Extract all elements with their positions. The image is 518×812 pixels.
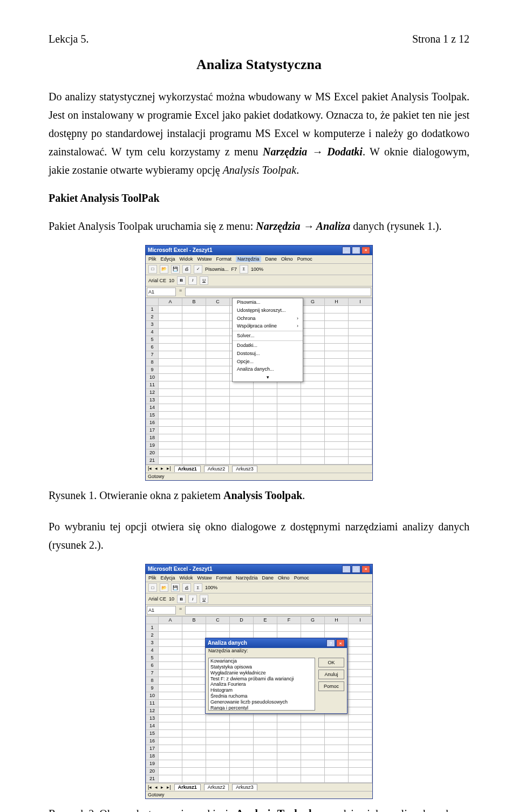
menu-item[interactable]: Dostosuj... — [233, 350, 303, 358]
tools-listbox[interactable]: KowariancjaStatystyka opisowaWygładzanie… — [208, 658, 315, 711]
list-item[interactable]: Wygładzanie wykładnicze — [209, 670, 315, 676]
bold-icon[interactable]: B — [177, 276, 186, 285]
tab-nav-last[interactable]: ▸| — [167, 784, 171, 790]
font-size-selector[interactable]: 10 — [169, 278, 174, 284]
menu-dane[interactable]: Dane — [262, 575, 274, 581]
italic-icon[interactable]: I — [188, 276, 197, 285]
formula-input[interactable] — [185, 288, 371, 296]
font-size-selector[interactable]: 10 — [169, 596, 174, 602]
tab-nav-next[interactable]: ▸ — [161, 466, 163, 472]
save-icon[interactable]: 💾 — [171, 265, 180, 274]
list-item[interactable]: Średnia ruchoma — [209, 693, 315, 699]
menu-item[interactable]: Dodatki... — [233, 342, 303, 350]
tab-nav-next[interactable]: ▸ — [161, 784, 163, 790]
spellcheck-label[interactable]: Pisownia... — [205, 267, 229, 272]
format-toolbar: Arial CE 10 B I U — [146, 275, 372, 286]
menu-format[interactable]: Format — [216, 256, 232, 262]
tab-nav-first[interactable]: |◂ — [148, 466, 152, 472]
print-icon[interactable]: 🖨 — [182, 583, 191, 592]
sheet-tab-arkusz1[interactable]: Arkusz1 — [174, 466, 201, 472]
help-button[interactable]: Pomoc — [318, 681, 344, 691]
formula-input[interactable] — [185, 606, 371, 615]
tab-nav-last[interactable]: ▸| — [167, 466, 171, 472]
menu-item[interactable]: Analiza danych... — [233, 365, 303, 373]
tools-dropdown-menu: Pisownia...Udostępnij skoroszyt...Ochron… — [232, 298, 303, 382]
sum-icon[interactable]: Σ — [194, 583, 202, 592]
spellcheck-icon[interactable]: ✓ — [194, 265, 202, 274]
sheet-tab-arkusz2[interactable]: Arkusz2 — [204, 784, 229, 790]
menu-item[interactable]: Współpraca online — [233, 322, 303, 330]
tab-nav-prev[interactable]: ◂ — [155, 784, 158, 790]
sheet-tabs-bar: |◂ ◂ ▸ ▸| Arkusz1 Arkusz2 Arkusz3 — [146, 783, 372, 791]
close-button[interactable]: × — [362, 247, 370, 254]
menu-narzedzia[interactable]: Narzędzia — [236, 256, 261, 262]
minimize-button[interactable]: _ — [342, 565, 351, 573]
tab-nav-prev[interactable]: ◂ — [155, 466, 158, 472]
menu-okno[interactable]: Okno — [278, 575, 290, 581]
menu-widok[interactable]: Widok — [180, 575, 193, 581]
menu-widok[interactable]: Widok — [180, 256, 193, 262]
menu-edycja[interactable]: Edycja — [161, 575, 175, 581]
list-item[interactable]: Kowariancja — [209, 658, 315, 664]
name-box[interactable] — [147, 606, 176, 615]
menu-wstaw[interactable]: Wstaw — [197, 575, 212, 581]
ok-button[interactable]: OK — [318, 658, 344, 667]
sheet-tab-arkusz2[interactable]: Arkusz2 — [204, 466, 229, 472]
menu-plik[interactable]: Plik — [148, 256, 156, 262]
menu-item[interactable]: Opcje... — [233, 358, 303, 366]
menu-narzedzia[interactable]: Narzędzia — [236, 575, 258, 581]
underline-icon[interactable]: U — [200, 276, 208, 285]
menu-wstaw[interactable]: Wstaw — [197, 256, 212, 262]
menu-item[interactable]: Solver... — [233, 332, 303, 340]
font-name-selector[interactable]: Arial CE — [148, 596, 166, 602]
sheet-tab-arkusz3[interactable]: Arkusz3 — [232, 784, 257, 790]
figure-2-caption: Rysunek 2. Okno z dostępnymi w pakiecie … — [49, 804, 469, 812]
menu-item[interactable]: Udostępnij skoroszyt... — [233, 306, 303, 315]
window-title: Microsoft Excel - Zeszyt1 — [148, 566, 212, 572]
dialog-close-icon[interactable]: × — [336, 639, 345, 647]
zoom-value[interactable]: 100% — [205, 585, 217, 591]
sheet-tab-arkusz3[interactable]: Arkusz3 — [232, 466, 257, 472]
menu-plik[interactable]: Plik — [148, 575, 156, 581]
new-icon[interactable]: □ — [148, 265, 157, 274]
menu-item[interactable]: Ochrona — [233, 315, 303, 323]
menu-pomoc[interactable]: Pomoc — [297, 256, 312, 262]
list-item[interactable]: Ranga i percentyl — [209, 705, 315, 711]
open-icon[interactable]: 📂 — [160, 265, 168, 274]
list-item[interactable]: Test F: z dwiema próbami dla wariancji — [209, 676, 315, 682]
tab-nav-first[interactable]: |◂ — [148, 784, 152, 790]
maximize-button[interactable]: □ — [352, 247, 360, 254]
new-icon[interactable]: □ — [148, 583, 157, 592]
underline-icon[interactable]: U — [200, 595, 208, 603]
list-item[interactable]: Analiza Fouriera — [209, 681, 315, 687]
sheet-tab-arkusz1[interactable]: Arkusz1 — [174, 784, 201, 790]
sum-icon[interactable]: Σ — [240, 265, 248, 274]
list-item[interactable]: Histogram — [209, 687, 315, 693]
dialog-help-icon[interactable]: ? — [326, 639, 335, 647]
print-icon[interactable]: 🖨 — [182, 265, 191, 274]
spreadsheet-grid[interactable]: ABCDEFGHI1234567891011121314151617181920… — [146, 298, 372, 465]
italic-icon[interactable]: I — [188, 595, 197, 603]
name-box[interactable] — [147, 288, 176, 296]
menu-pomoc[interactable]: Pomoc — [294, 575, 309, 581]
menu-dane[interactable]: Dane — [265, 256, 277, 262]
list-item[interactable]: Generowanie liczb pseudolosowych — [209, 699, 315, 705]
menu-item[interactable]: Pisownia... — [233, 298, 303, 306]
formula-bar: = — [146, 286, 372, 298]
open-icon[interactable]: 📂 — [160, 583, 168, 592]
maximize-button[interactable]: □ — [352, 565, 360, 573]
cancel-button[interactable]: Anuluj — [318, 670, 344, 679]
font-name-selector[interactable]: Arial CE — [148, 278, 166, 284]
menu-okno[interactable]: Okno — [281, 256, 293, 262]
menu-edycja[interactable]: Edycja — [161, 256, 175, 262]
zoom-value[interactable]: 100% — [251, 267, 263, 272]
minimize-button[interactable]: _ — [342, 247, 351, 254]
menu-expand-icon[interactable]: ▾ — [233, 373, 303, 381]
bold-icon[interactable]: B — [177, 595, 186, 603]
menu-format[interactable]: Format — [216, 575, 232, 581]
list-item[interactable]: Statystyka opisowa — [209, 664, 315, 670]
dialog-buttons: OK Anuluj Pomoc — [318, 658, 344, 711]
spreadsheet-grid[interactable]: ABCDEFGHI1234567891011121314151617181920… — [146, 616, 372, 783]
close-button[interactable]: × — [362, 565, 370, 573]
save-icon[interactable]: 💾 — [171, 583, 180, 592]
